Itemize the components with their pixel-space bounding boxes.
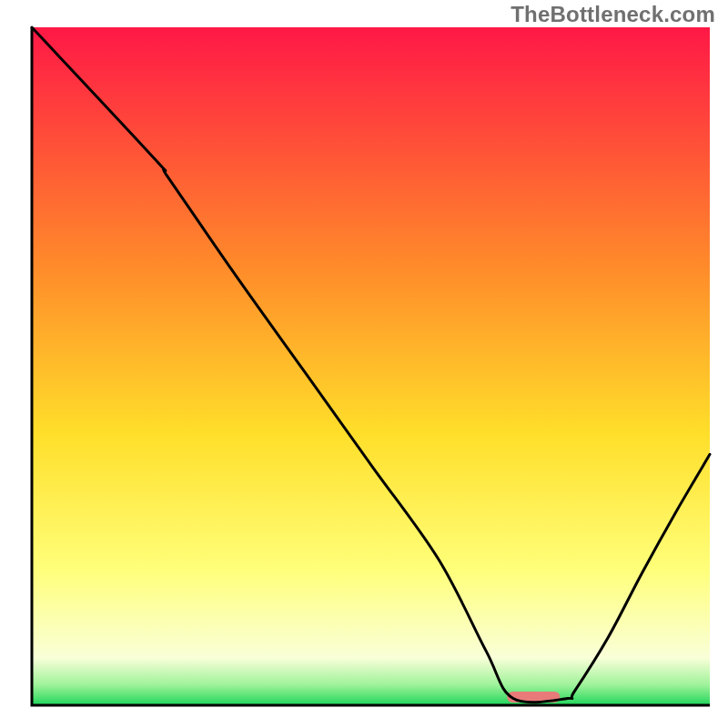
- bottleneck-chart: [0, 0, 728, 728]
- chart-background: [32, 27, 710, 705]
